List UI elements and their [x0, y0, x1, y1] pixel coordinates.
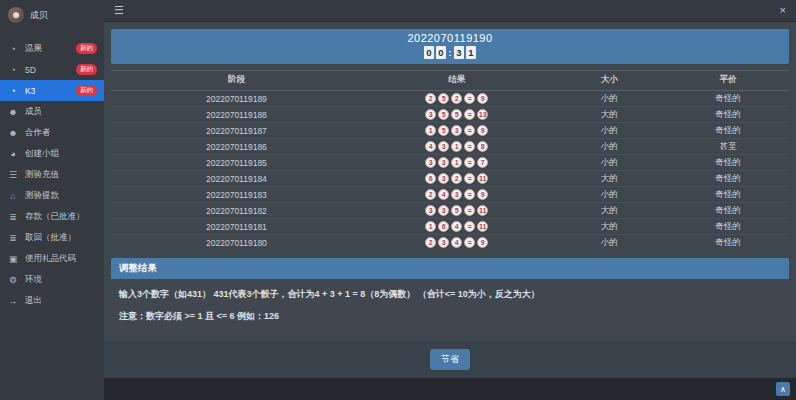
dice-ball: 2 — [425, 237, 436, 248]
dice-ball: 8 — [477, 141, 488, 152]
parity-cell: 奇怪的 — [667, 171, 789, 187]
result-row: 2022070119189252=9小的奇怪的 — [111, 91, 789, 107]
sidebar-item-1[interactable]: ◔5D新的 — [0, 59, 104, 80]
size-cell: 小的 — [552, 139, 667, 155]
sidebar-item-12[interactable]: →退出 — [0, 290, 104, 311]
bars-icon: ☰ — [7, 170, 19, 180]
result-row: 2022070119184632=11大的奇怪的 — [111, 171, 789, 187]
countdown-digit: 0 — [436, 46, 446, 59]
content: 2022070119190 00:31 阶段 结果 大小 平价 20220701… — [104, 22, 796, 333]
countdown-digit: 1 — [466, 46, 476, 59]
sidebar-item-0[interactable]: ◔温果新的 — [0, 38, 104, 59]
top-navbar: ☰ × — [104, 0, 796, 22]
gauge-icon: ◔ — [7, 65, 19, 75]
equals-ball: = — [464, 109, 475, 120]
parity-cell: 奇怪的 — [667, 203, 789, 219]
user-name: 成贝 — [30, 9, 48, 22]
hint-line-2: 注意：数字必须 >= 1 且 <= 6 例如：126 — [119, 310, 781, 323]
period-cell: 2022070119187 — [111, 123, 362, 139]
partners-icon: ☻ — [7, 128, 19, 138]
sidebar-item-label: 退出 — [25, 295, 42, 307]
result-cell: 431=8 — [362, 139, 552, 155]
equals-ball: = — [464, 125, 475, 136]
user-panel[interactable]: ☻ 成贝 — [0, 0, 104, 32]
parity-cell: 奇怪的 — [667, 107, 789, 123]
dice-ball: 9 — [477, 93, 488, 104]
size-cell: 大的 — [552, 171, 667, 187]
member-icon: ☻ — [7, 107, 19, 117]
sidebar-item-7[interactable]: ⌂测验提款 — [0, 185, 104, 206]
hamburger-icon[interactable]: ☰ — [114, 5, 124, 16]
period-cell: 2022070119189 — [111, 91, 362, 107]
sidebar-item-label: 温果 — [25, 43, 42, 55]
current-period: 2022070119190 — [111, 32, 789, 44]
dice-ball: 4 — [425, 141, 436, 152]
dice-ball: 2 — [451, 173, 462, 184]
dice-ball: 4 — [451, 221, 462, 232]
list-icon: ≣ — [7, 233, 19, 243]
result-row: 2022070119181164=11大的奇怪的 — [111, 219, 789, 235]
sidebar-item-label: 测验充值 — [25, 169, 59, 181]
save-button[interactable]: 节省 — [430, 349, 470, 370]
result-cell: 252=9 — [362, 91, 552, 107]
app-window: ☻ 成贝 ◔温果新的◔5D新的◔K3新的☻成员☻合作者◕创建小组☰测验充值⌂测验… — [0, 0, 796, 400]
sidebar-item-9[interactable]: ≣取回（批准） — [0, 227, 104, 248]
period-cell: 2022070119185 — [111, 155, 362, 171]
result-cell: 632=11 — [362, 171, 552, 187]
equals-ball: = — [464, 205, 475, 216]
hint-line-1: 输入3个数字（如431） 431代表3个骰子，合计为4 + 3 + 1 = 8（… — [119, 288, 781, 301]
equals-ball: = — [464, 189, 475, 200]
list-icon: ≣ — [7, 212, 19, 222]
result-cell: 355=13 — [362, 107, 552, 123]
bottom-bar: ∧ — [104, 378, 796, 400]
dice-ball: 3 — [438, 237, 449, 248]
sidebar-item-11[interactable]: ⚙环境 — [0, 269, 104, 290]
col-header-period: 阶段 — [111, 71, 362, 91]
sidebar-item-5[interactable]: ◕创建小组 — [0, 143, 104, 164]
result-cell: 234=9 — [362, 235, 552, 251]
gauge-icon: ◔ — [7, 44, 19, 54]
dice-ball: 4 — [438, 189, 449, 200]
parity-cell: 奇怪的 — [667, 91, 789, 107]
dice-result: 431=8 — [362, 141, 552, 152]
footer-bar: 节省 — [104, 341, 796, 378]
equals-ball: = — [464, 221, 475, 232]
period-cell: 2022070119183 — [111, 187, 362, 203]
dice-ball: 3 — [425, 157, 436, 168]
col-header-size: 大小 — [552, 71, 667, 91]
parity-cell: 奇怪的 — [667, 235, 789, 251]
sidebar-item-10[interactable]: ▣使用礼品代码 — [0, 248, 104, 269]
gauge-icon: ◔ — [7, 86, 19, 96]
dice-result: 355=13 — [362, 109, 552, 120]
sidebar-item-2[interactable]: ◔K3新的 — [0, 80, 104, 101]
result-row: 2022070119182335=11大的奇怪的 — [111, 203, 789, 219]
sidebar-item-6[interactable]: ☰测验充值 — [0, 164, 104, 185]
dice-ball: 3 — [451, 125, 462, 136]
sidebar-item-label: 使用礼品代码 — [25, 253, 76, 265]
results-header-row: 阶段 结果 大小 平价 — [111, 71, 789, 91]
sidebar-item-label: 成员 — [25, 106, 42, 118]
dice-ball: 3 — [438, 205, 449, 216]
close-icon[interactable]: × — [780, 5, 786, 16]
sidebar: ☻ 成贝 ◔温果新的◔5D新的◔K3新的☻成员☻合作者◕创建小组☰测验充值⌂测验… — [0, 0, 104, 400]
equals-ball: = — [464, 93, 475, 104]
sidebar-item-3[interactable]: ☻成员 — [0, 101, 104, 122]
countdown-timer: 00:31 — [111, 46, 789, 59]
result-row: 2022070119186431=8小的甚至 — [111, 139, 789, 155]
dice-ball: 5 — [438, 109, 449, 120]
gift-icon: ▣ — [7, 254, 19, 264]
scroll-to-top-button[interactable]: ∧ — [776, 382, 790, 396]
dice-ball: 1 — [451, 141, 462, 152]
result-row: 2022070119180234=9小的奇怪的 — [111, 235, 789, 251]
sidebar-item-label: 合作者 — [25, 127, 51, 139]
result-row: 2022070119187153=9小的奇怪的 — [111, 123, 789, 139]
sidebar-item-8[interactable]: ≣存款（已批准） — [0, 206, 104, 227]
current-period-banner: 2022070119190 00:31 — [111, 29, 789, 64]
sidebar-item-4[interactable]: ☻合作者 — [0, 122, 104, 143]
result-row: 2022070119188355=13大的奇怪的 — [111, 107, 789, 123]
sidebar-item-label: 取回（批准） — [25, 232, 76, 244]
dice-ball: 1 — [425, 125, 436, 136]
size-cell: 小的 — [552, 123, 667, 139]
result-cell: 331=7 — [362, 155, 552, 171]
dice-ball: 2 — [425, 189, 436, 200]
